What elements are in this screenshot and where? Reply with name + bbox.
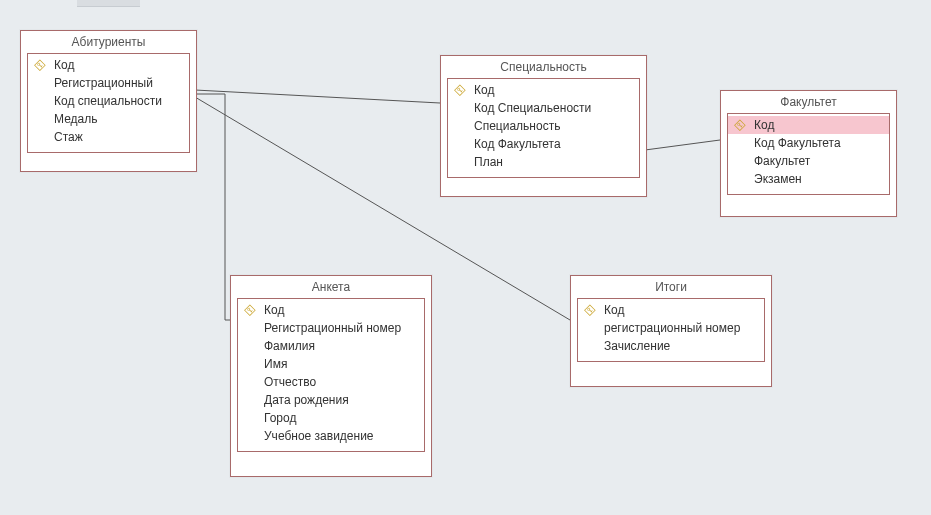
field-label: Фамилия	[258, 338, 315, 354]
field-label: Отчество	[258, 374, 316, 390]
field-row[interactable]: ⚿ Код	[238, 301, 424, 319]
field-label: Код	[748, 117, 774, 133]
table-title: Анкета	[231, 276, 431, 298]
key-icon: ⚿	[241, 301, 259, 319]
field-label: Код	[468, 82, 494, 98]
field-row[interactable]: Зачисление	[578, 337, 764, 355]
table-specialnost[interactable]: Специальность ⚿ Код Код Специальености С…	[440, 55, 647, 197]
field-row[interactable]: Имя	[238, 355, 424, 373]
key-icon: ⚿	[31, 56, 49, 74]
field-label: Специальность	[468, 118, 560, 134]
field-label: Код Факультета	[748, 135, 841, 151]
field-row[interactable]: Код Факультета	[728, 134, 889, 152]
field-row[interactable]: регистрационный номер	[578, 319, 764, 337]
field-row[interactable]: Регистрационный номер	[238, 319, 424, 337]
table-body: ⚿ Код Регистрационный Код специальности …	[27, 53, 190, 153]
field-row[interactable]: План	[448, 153, 639, 171]
table-body: ⚿ Код Регистрационный номер Фамилия Имя …	[237, 298, 425, 452]
field-row[interactable]: ⚿ Код	[578, 301, 764, 319]
field-row[interactable]: ⚿ Код	[728, 116, 889, 134]
field-label: Город	[258, 410, 296, 426]
field-label: Код	[258, 302, 284, 318]
key-icon: ⚿	[581, 301, 599, 319]
field-row[interactable]: ⚿ Код	[28, 56, 189, 74]
table-body: ⚿ Код Код Специальености Специальность К…	[447, 78, 640, 178]
field-label: Учебное завидение	[258, 428, 374, 444]
key-icon: ⚿	[451, 81, 469, 99]
field-label: Код	[48, 57, 74, 73]
field-row[interactable]: Специальность	[448, 117, 639, 135]
field-label: регистрационный номер	[598, 320, 740, 336]
tab-remnant	[77, 0, 140, 7]
field-label: Регистрационный	[48, 75, 153, 91]
field-label: Код специальности	[48, 93, 162, 109]
field-label: Регистрационный номер	[258, 320, 401, 336]
table-body: ⚿ Код регистрационный номер Зачисление	[577, 298, 765, 362]
key-icon: ⚿	[731, 116, 749, 134]
relationships-canvas[interactable]: Абитуриенты ⚿ Код Регистрационный Код сп…	[0, 0, 931, 515]
table-anketa[interactable]: Анкета ⚿ Код Регистрационный номер Фамил…	[230, 275, 432, 477]
field-label: Зачисление	[598, 338, 670, 354]
field-row[interactable]: Код Факультета	[448, 135, 639, 153]
field-label: Код Специальености	[468, 100, 591, 116]
field-row[interactable]: Стаж	[28, 128, 189, 146]
field-row[interactable]: Дата рождения	[238, 391, 424, 409]
field-label: Дата рождения	[258, 392, 349, 408]
field-label: Имя	[258, 356, 287, 372]
field-row[interactable]: Экзамен	[728, 170, 889, 188]
field-label: План	[468, 154, 503, 170]
field-row[interactable]: Регистрационный	[28, 74, 189, 92]
field-label: Медаль	[48, 111, 97, 127]
field-label: Экзамен	[748, 171, 802, 187]
table-itogi[interactable]: Итоги ⚿ Код регистрационный номер Зачисл…	[570, 275, 772, 387]
table-abiturienty[interactable]: Абитуриенты ⚿ Код Регистрационный Код сп…	[20, 30, 197, 172]
table-title: Факультет	[721, 91, 896, 113]
field-row[interactable]: Факультет	[728, 152, 889, 170]
field-label: Факультет	[748, 153, 810, 169]
field-row[interactable]: Город	[238, 409, 424, 427]
table-title: Итоги	[571, 276, 771, 298]
field-row[interactable]: ⚿ Код	[448, 81, 639, 99]
field-label: Стаж	[48, 129, 83, 145]
table-body: ⚿ Код Код Факультета Факультет Экзамен	[727, 113, 890, 195]
field-label: Код	[598, 302, 624, 318]
field-row[interactable]: Фамилия	[238, 337, 424, 355]
field-row[interactable]: Учебное завидение	[238, 427, 424, 445]
table-fakultet[interactable]: Факультет ⚿ Код Код Факультета Факультет…	[720, 90, 897, 217]
field-row[interactable]: Код Специальености	[448, 99, 639, 117]
table-title: Абитуриенты	[21, 31, 196, 53]
field-label: Код Факультета	[468, 136, 561, 152]
field-row[interactable]: Код специальности	[28, 92, 189, 110]
field-row[interactable]: Медаль	[28, 110, 189, 128]
field-row[interactable]: Отчество	[238, 373, 424, 391]
table-title: Специальность	[441, 56, 646, 78]
